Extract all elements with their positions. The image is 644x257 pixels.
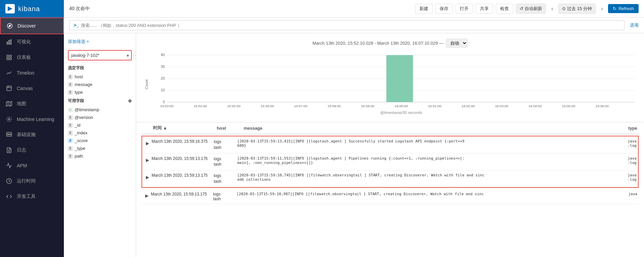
sidebar-item-logs[interactable]: 日志: [0, 142, 64, 158]
time-interval-select[interactable]: 自动: [446, 39, 468, 48]
chart-area: March 13th 2020, 15:52:10.028 - March 13…: [136, 33, 644, 122]
sidebar-item-timelion[interactable]: Timelion: [0, 65, 64, 81]
field-item-score[interactable]: # _score: [64, 137, 136, 144]
sidebar-item-ml[interactable]: Machine Learning: [0, 112, 64, 127]
row-expand-button[interactable]: ▶: [144, 173, 152, 181]
row-type: java: [614, 192, 637, 196]
inspect-button[interactable]: 检查: [496, 4, 513, 14]
sidebar-item-maps[interactable]: 地图: [0, 96, 64, 112]
toolbar-nav: ‹: [549, 4, 556, 13]
field-name: @timestamp: [75, 107, 99, 112]
refresh-label: Refresh: [618, 6, 634, 11]
svg-marker-1: [9, 25, 11, 27]
row-expand-button[interactable]: ▶: [144, 156, 152, 164]
field-name: type: [75, 90, 83, 95]
field-item-type[interactable]: t type: [64, 88, 136, 96]
sidebar-item-discover[interactable]: Discover: [0, 17, 64, 34]
row-time: March 13th 2020, 15:59:13.176: [152, 156, 214, 161]
time-range-bar: March 13th 2020, 15:52:10.028 - March 13…: [142, 39, 639, 48]
row-expand-button[interactable]: ▶: [143, 192, 151, 200]
field-name: message: [75, 82, 92, 87]
search-prefix: >_: [74, 23, 79, 28]
row-host: logstash: [214, 173, 237, 184]
field-name: _id: [75, 123, 80, 128]
row-host: logstash: [214, 156, 237, 168]
field-item-message[interactable]: t message: [64, 81, 136, 88]
index-pattern-wrap: ▾ ◁: [64, 47, 136, 63]
field-name: host: [75, 74, 83, 79]
sidebar-item-apm[interactable]: APM: [0, 158, 64, 173]
sidebar-item-uptime[interactable]: 运行时间: [0, 173, 64, 189]
sidebar-item-visualize-label: 可视化: [17, 39, 31, 45]
svg-marker-12: [6, 101, 12, 106]
host-col-header: host: [217, 126, 244, 131]
row-message: [2020-03-13T15:59:13,415][INFO ][logstas…: [237, 139, 613, 148]
gear-icon[interactable]: ⚙: [128, 99, 132, 103]
refresh-button[interactable]: ↻ Refresh: [608, 4, 639, 13]
time-range-button[interactable]: ⊙ 过去 15 分钟: [558, 4, 596, 14]
ml-icon: [5, 116, 13, 123]
sidebar-item-canvas-label: Canvas: [17, 86, 33, 91]
kibana-logo-text: kibana: [18, 5, 40, 13]
table-header: 时间 ▲ host message type: [142, 122, 639, 134]
search-options-link[interactable]: 选项: [630, 22, 639, 28]
add-filter-button[interactable]: 添加筛选 +: [64, 36, 136, 47]
kibana-logo-icon: [5, 4, 15, 13]
prev-time-button[interactable]: ‹: [549, 4, 556, 13]
search-input[interactable]: [81, 23, 620, 28]
histogram-bar-6[interactable]: [386, 55, 413, 102]
left-panel: 添加筛选 + ▾ ◁ 选定字段 t host t: [64, 33, 136, 257]
field-item-doctype[interactable]: t _type: [64, 144, 136, 152]
next-time-button[interactable]: ›: [598, 4, 605, 13]
sidebar-item-canvas[interactable]: Canvas: [0, 81, 64, 96]
row-type: java-log: [613, 156, 637, 165]
new-button[interactable]: 新建: [415, 4, 433, 14]
field-type-icon: t: [68, 75, 73, 79]
field-name: _score: [75, 138, 88, 143]
sidebar-item-dashboard[interactable]: 仪表板: [0, 50, 64, 65]
search-bar: >_ 选项: [64, 17, 644, 33]
available-fields-list: ○ @timestamp t @version t _id t _index: [64, 106, 136, 160]
time-col-header[interactable]: 时间 ▲: [153, 125, 217, 131]
sidebar-item-visualize[interactable]: 可视化: [0, 34, 64, 50]
save-button[interactable]: 保存: [435, 4, 453, 14]
share-button[interactable]: 共享: [476, 4, 493, 14]
svg-rect-9: [7, 86, 11, 91]
canvas-icon: [5, 85, 13, 92]
selected-fields-title: 选定字段: [64, 63, 136, 73]
sidebar-item-devtools[interactable]: 开发工具: [0, 189, 64, 204]
field-type-icon: #: [68, 138, 73, 143]
field-item-index[interactable]: t _index: [64, 129, 136, 137]
sidebar-item-dashboard-label: 仪表板: [17, 54, 31, 60]
sidebar-item-infra[interactable]: 基础设施: [0, 127, 64, 142]
field-item-host[interactable]: t host: [64, 73, 136, 81]
row-time: March 13th 2020, 15:59:16.375: [152, 139, 214, 144]
table-row: ▶ March 13th 2020, 15:59:13.175 logstash…: [142, 189, 639, 204]
field-name: @version: [75, 115, 93, 120]
index-pattern-input[interactable]: [68, 50, 132, 60]
row-time: March 13th 2020, 15:59:13.175: [152, 173, 214, 178]
compass-icon: [6, 22, 13, 30]
row-expand-button[interactable]: ▶: [144, 139, 152, 147]
field-item-version[interactable]: t @version: [64, 114, 136, 121]
field-type-icon: t: [68, 123, 73, 128]
svg-text:16:05:00: 16:05:00: [562, 104, 575, 108]
field-name: _type: [75, 146, 85, 151]
logo[interactable]: kibana: [0, 0, 64, 17]
table-area: 时间 ▲ host message type ▶ March 13th 2020…: [136, 122, 644, 257]
collapse-panel-button[interactable]: ◁: [133, 52, 136, 59]
field-item-id[interactable]: t _id: [64, 121, 136, 129]
svg-text:16:01:00: 16:01:00: [428, 104, 441, 108]
search-input-wrap[interactable]: >_: [69, 20, 625, 30]
open-button[interactable]: 打开: [455, 4, 473, 14]
add-filter-label: 添加筛选 +: [68, 39, 89, 45]
field-type-icon: t: [68, 90, 73, 95]
toolbar-actions: 新建 保存 打开 共享 检查 ↺ 自动刷新 ‹ ⊙ 过去 15 分钟 ›: [415, 4, 639, 14]
field-type-icon: t: [68, 146, 73, 151]
svg-rect-7: [7, 58, 8, 60]
field-item-path[interactable]: t path: [64, 152, 136, 160]
auto-refresh-button[interactable]: ↺ 自动刷新: [516, 4, 546, 14]
chevron-down-icon[interactable]: ▾: [127, 53, 129, 58]
grid-icon: [5, 54, 13, 61]
field-item-timestamp[interactable]: ○ @timestamp: [64, 106, 136, 114]
